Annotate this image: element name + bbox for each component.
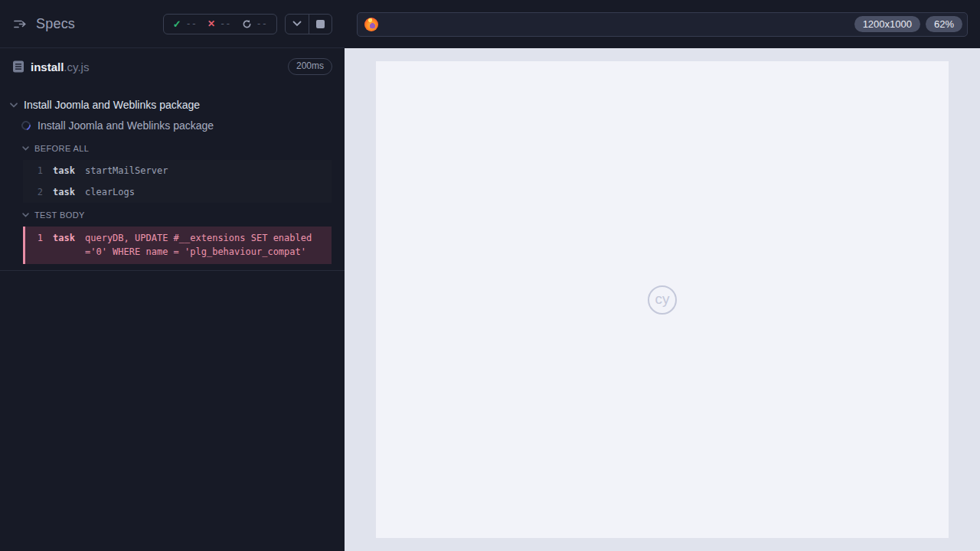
spec-duration-badge: 200ms [288, 58, 332, 75]
command-row-failed[interactable]: 1 task queryDB, UPDATE #__extensions SET… [25, 227, 332, 264]
reporter-header: Specs ✓ -- ✕ -- [0, 0, 345, 48]
runner-stage: cy [345, 48, 980, 551]
test-tree: Install Joomla and Weblinks package Inst… [0, 84, 345, 271]
viewport-scale-badge[interactable]: 62% [926, 16, 962, 33]
before-all-commands: 1 task startMailServer 2 task clearLogs [23, 160, 332, 203]
command-row[interactable]: 2 task clearLogs [23, 181, 332, 203]
passed-check-icon: ✓ [173, 19, 181, 29]
suite-row[interactable]: Install Joomla and Weblinks package [0, 95, 345, 115]
stop-icon [316, 20, 325, 28]
runner-header: 1200x1000 62% [345, 0, 980, 48]
command-number: 1 [25, 231, 43, 245]
collapse-all-button[interactable] [286, 15, 309, 34]
test-row[interactable]: Install Joomla and Weblinks package [0, 115, 345, 136]
section-before-all[interactable]: BEFORE ALL [0, 139, 345, 158]
chevron-down-icon [22, 146, 29, 151]
stat-passed: ✓ -- [173, 18, 197, 29]
passed-count: -- [186, 18, 197, 29]
url-bar[interactable]: 1200x1000 62% [357, 12, 968, 37]
test-body-commands: 1 task queryDB, UPDATE #__extensions SET… [23, 227, 332, 264]
command-method: task [53, 164, 76, 178]
command-method: task [53, 231, 76, 245]
tree-divider [0, 270, 345, 271]
chevron-down-icon [10, 103, 18, 108]
command-message: clearLogs [85, 185, 135, 199]
specs-menu-button[interactable]: Specs [12, 16, 75, 32]
stat-pending: -- [242, 18, 267, 29]
section-test-body[interactable]: TEST BODY [0, 205, 345, 224]
specs-title: Specs [36, 16, 75, 32]
cypress-logo-watermark: cy [648, 285, 677, 315]
cypress-runner-app: Specs ✓ -- ✕ -- [0, 0, 980, 551]
command-number: 2 [23, 185, 43, 199]
spec-file-name: install.cy.js [31, 60, 89, 73]
pending-count: -- [256, 18, 267, 29]
pending-refresh-icon [242, 19, 252, 29]
run-controls [285, 14, 332, 34]
test-title: Install Joomla and Weblinks package [38, 119, 214, 132]
spec-file-icon [12, 60, 24, 73]
section-label: TEST BODY [34, 210, 85, 220]
stop-button[interactable] [309, 15, 332, 34]
test-running-spinner-icon [20, 119, 33, 132]
stat-failed: ✕ -- [207, 18, 231, 29]
command-number: 1 [23, 164, 43, 178]
chevron-down-icon [22, 213, 29, 217]
suite-title: Install Joomla and Weblinks package [24, 99, 200, 111]
command-message: startMailServer [85, 164, 168, 178]
runner-panel: 1200x1000 62% cy [345, 0, 980, 551]
command-method: task [53, 185, 76, 199]
reporter-panel: Specs ✓ -- ✕ -- [0, 0, 345, 551]
spec-file-row[interactable]: install.cy.js 200ms [0, 49, 345, 84]
viewport-size-badge[interactable]: 1200x1000 [854, 16, 920, 33]
specs-list-icon [12, 17, 27, 31]
failed-x-icon: ✕ [207, 19, 215, 28]
command-row[interactable]: 1 task startMailServer [23, 160, 332, 181]
aut-iframe: cy [376, 61, 949, 538]
test-stats: ✓ -- ✕ -- -- [163, 14, 277, 34]
firefox-icon [364, 18, 378, 31]
command-message: queryDB, UPDATE #__extensions SET enable… [85, 231, 316, 259]
header-right: ✓ -- ✕ -- -- [163, 14, 332, 34]
failed-count: -- [220, 18, 230, 29]
section-label: BEFORE ALL [34, 144, 89, 153]
